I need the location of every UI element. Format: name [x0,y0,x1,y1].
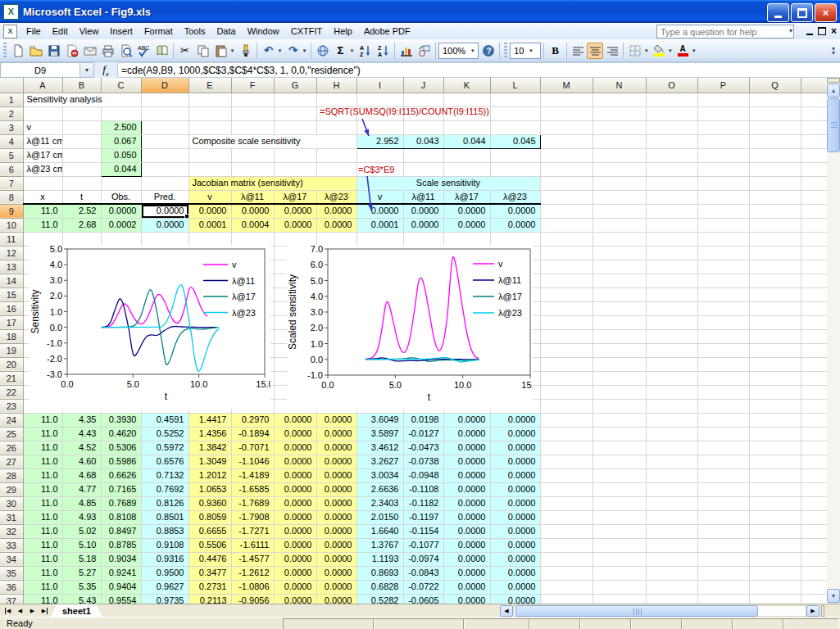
row-header-8[interactable]: 8 [0,190,23,204]
cell-A5[interactable]: λ@17 cm [23,148,62,162]
row-header-31[interactable]: 31 [0,510,23,524]
cell-O7[interactable] [646,176,697,190]
cell-O13[interactable] [646,260,697,274]
cell-F26[interactable]: -0.7071 [231,441,274,455]
cell-G10[interactable]: 0.0000 [274,218,316,232]
cell-A7[interactable] [23,176,62,190]
cell-F35[interactable]: -1.2612 [231,566,274,580]
cell-M19[interactable] [540,343,593,357]
cell-F5[interactable] [231,148,274,162]
insert-function-icon[interactable]: fx [94,63,117,78]
cell-D7[interactable] [141,176,188,190]
redo-dropdown-icon[interactable]: ▾ [301,48,308,54]
cell-D9[interactable]: 0.0000 [141,204,188,218]
cell-L37[interactable]: 0.0000 [490,594,540,604]
cell-partial[interactable] [801,106,827,120]
cell-B33[interactable]: 5.10 [62,538,101,552]
cell-P37[interactable] [697,594,749,604]
cell-N6[interactable] [593,162,646,176]
cell-partial[interactable] [801,538,827,552]
cell-D28[interactable]: 0.7132 [141,468,188,482]
cell-E36[interactable]: 0.2731 [188,580,231,594]
font-color-dropdown-icon[interactable]: ▾ [690,48,697,54]
permission-icon[interactable] [63,42,80,59]
cell-D37[interactable]: 0.9735 [141,594,188,604]
cell-O12[interactable] [646,246,697,260]
cell-P22[interactable] [697,385,749,399]
cell-I7[interactable]: Scale sensitivity [356,176,540,190]
cell-B25[interactable]: 4.43 [62,427,101,441]
cell-N18[interactable] [593,329,646,343]
cell-A6[interactable]: λ@23 cm [23,162,62,176]
column-header-A[interactable]: A [23,78,62,93]
cell-N24[interactable] [593,413,646,427]
cell-Q36[interactable] [749,580,801,594]
row-header-19[interactable]: 19 [0,343,23,357]
cell-J3[interactable] [403,120,443,134]
cell-I11[interactable] [356,232,403,246]
cell-partial[interactable] [801,120,827,134]
cell-F11[interactable] [231,232,274,246]
cell-O22[interactable] [646,385,697,399]
new-icon[interactable] [9,42,26,59]
help-icon[interactable]: ? [479,42,497,59]
cell-O33[interactable] [646,538,697,552]
cell-P7[interactable] [697,176,749,190]
cell-M23[interactable] [540,399,593,413]
undo-dropdown-icon[interactable]: ▾ [276,48,284,54]
cell-K33[interactable]: 0.0000 [443,538,490,552]
cell-L4[interactable]: 0.045 [490,134,540,148]
cell-M8[interactable] [540,190,593,204]
cell-L31[interactable]: 0.0000 [490,510,540,524]
workbook-minimize-icon[interactable] [806,34,813,35]
cell-D30[interactable]: 0.8126 [141,496,188,510]
cell-H27[interactable]: 0.0000 [316,455,356,468]
column-header-D[interactable]: D [141,78,188,93]
cell-M9[interactable] [540,204,593,218]
cell-M30[interactable] [540,496,593,510]
cell-Q13[interactable] [749,260,801,274]
cell-O31[interactable] [646,510,697,524]
cell-A32[interactable]: 11.0 [23,524,62,538]
menu-item-data[interactable]: Data [211,24,241,38]
cell-Q33[interactable] [749,538,801,552]
menu-item-insert[interactable]: Insert [104,24,138,38]
vertical-split-handle[interactable] [827,78,840,83]
cell-B32[interactable]: 5.02 [62,524,101,538]
cell-O21[interactable] [646,371,697,385]
hyperlink-icon[interactable] [314,42,331,59]
menu-item-cxtfit[interactable]: CXTFIT [285,24,329,38]
autosum-dropdown-icon[interactable]: ▾ [348,48,356,54]
cell-N23[interactable] [593,399,646,413]
column-header-G[interactable]: G [274,78,316,93]
cell-C28[interactable]: 0.6626 [101,468,141,482]
cell-B35[interactable]: 5.27 [62,566,101,580]
cell-Q18[interactable] [749,329,801,343]
zoom-select[interactable]: 100% ▾ [438,43,479,59]
cell-M6[interactable] [540,162,593,176]
cell-P36[interactable] [697,580,749,594]
cell-G25[interactable]: 0.0000 [274,427,316,441]
cell-partial[interactable] [801,204,827,218]
cell-Q31[interactable] [749,510,801,524]
cell-G35[interactable]: 0.0000 [274,566,316,580]
cell-J6[interactable] [403,162,443,176]
cell-F28[interactable]: -1.4189 [231,468,274,482]
toolbar-options-icon[interactable]: ▾▾ [829,47,838,55]
scroll-down-icon[interactable]: ▼ [827,589,840,603]
cell-M26[interactable] [540,441,593,455]
cell-partial[interactable] [801,455,827,468]
menu-item-adobe-pdf[interactable]: Adobe PDF [358,24,416,38]
undo-icon[interactable]: ↶ [260,42,277,59]
cell-H9[interactable]: 0.0000 [316,204,356,218]
cell-H24[interactable]: 0.0000 [316,413,356,427]
cell-F31[interactable]: -1.7908 [231,510,274,524]
row-header-25[interactable]: 25 [0,427,23,441]
cell-G37[interactable]: 0.0000 [274,594,316,604]
cell-I24[interactable]: 3.6049 [356,413,403,427]
email-icon[interactable] [81,42,98,59]
cell-A10[interactable]: 11.0 [23,218,62,232]
cell-partial[interactable] [801,218,827,232]
cell-L27[interactable]: 0.0000 [490,455,540,468]
cell-J8[interactable]: λ@11 [403,190,443,204]
